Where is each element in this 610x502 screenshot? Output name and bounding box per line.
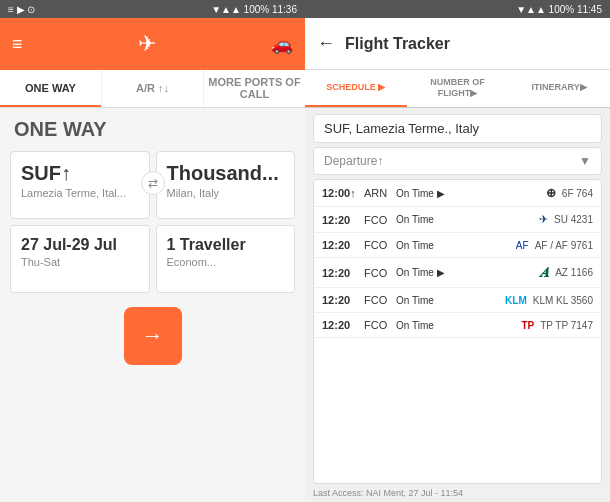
status-bar-left: ≡ ▶ ⊙ ▼▲▲ 100% 11:36 — [0, 0, 305, 18]
date-days: Thu-Sat — [21, 256, 139, 268]
flight-number-1: 6F 764 — [562, 188, 593, 199]
airline-logo-3: AF — [516, 240, 529, 251]
date-range: 27 Jul-29 Jul — [21, 236, 139, 254]
menu-icon[interactable]: ≡ — [12, 34, 23, 55]
flight-status-1: On Time ▶ — [396, 188, 542, 199]
from-to-section: SUF↑ Lamezia Terme, Ital... Thousand... … — [0, 147, 305, 219]
date-row: 27 Jul-29 Jul Thu-Sat 1 Traveller Econom… — [0, 225, 305, 293]
flight-status-3: On Time — [396, 240, 512, 251]
flight-airport-2: FCO — [364, 214, 392, 226]
flight-airport-4: FCO — [364, 267, 392, 279]
submit-arrow: → — [142, 323, 164, 349]
status-bar-right: ▼▲▲ 100% 11:45 — [305, 0, 610, 18]
flight-row[interactable]: 12:20 FCO On Time KLM KLM KL 3560 — [314, 288, 601, 313]
flight-row[interactable]: 12:20 FCO On Time AF AF / AF 9761 — [314, 233, 601, 258]
flight-time-2: 12:20 — [322, 214, 360, 226]
tab-air-return[interactable]: A/R ↑↓ — [101, 70, 204, 107]
left-panel: ≡ ▶ ⊙ ▼▲▲ 100% 11:36 ≡ ✈ 🚗 ONE WAY A/R ↑… — [0, 0, 305, 502]
airline-logo-5: KLM — [505, 295, 527, 306]
car-icon[interactable]: 🚗 — [271, 33, 293, 55]
airport-search-value: SUF, Lamezia Terme., Italy — [324, 121, 479, 136]
airport-search-field[interactable]: SUF, Lamezia Terme., Italy — [313, 114, 602, 143]
one-way-label: ONE WAY — [0, 108, 305, 147]
flight-time-5: 12:20 — [322, 294, 360, 306]
header-right: ← Flight Tracker — [305, 18, 610, 70]
flight-list: 12:00↑ ARN On Time ▶ ⊕ 6F 764 12:20 FCO … — [313, 179, 602, 484]
flight-status-4: On Time ▶ — [396, 267, 536, 278]
flight-number-6: TP TP 7147 — [540, 320, 593, 331]
flight-time-3: 12:20 — [322, 239, 360, 251]
from-code: SUF↑ — [21, 162, 139, 185]
traveller-card[interactable]: 1 Traveller Econom... — [156, 225, 296, 293]
submit-button[interactable]: → — [124, 307, 182, 365]
flight-row[interactable]: 12:00↑ ARN On Time ▶ ⊕ 6F 764 — [314, 180, 601, 207]
airline-logo-1: ⊕ — [546, 186, 556, 200]
flight-airport-5: FCO — [364, 294, 392, 306]
to-card[interactable]: Thousand... Milan, Italy — [156, 151, 296, 219]
plane-icon[interactable]: ✈ — [138, 31, 156, 57]
tab-more-ports[interactable]: MORE PORTS OF CALL — [204, 70, 305, 107]
flight-status-6: On Time — [396, 320, 517, 331]
traveller-count: 1 Traveller — [167, 236, 285, 254]
flight-time-4: 12:20 — [322, 267, 360, 279]
to-code: Thousand... — [167, 162, 285, 185]
status-left-icons: ≡ ▶ ⊙ — [8, 4, 35, 15]
departure-arrow: ▼ — [579, 154, 591, 168]
swap-button[interactable]: ⇄ — [141, 171, 165, 195]
airline-logo-6: TP — [521, 320, 534, 331]
flight-number-5: KLM KL 3560 — [533, 295, 593, 306]
flight-number-3: AF / AF 9761 — [535, 240, 593, 251]
airline-logo-4: 𝑨 — [540, 264, 549, 281]
flight-status-5: On Time — [396, 295, 501, 306]
flight-tracker-title: Flight Tracker — [345, 35, 450, 53]
flight-airport-3: FCO — [364, 239, 392, 251]
flight-time-1: 12:00↑ — [322, 187, 360, 199]
from-location: Lamezia Terme, Ital... — [21, 187, 139, 199]
sub-tabs-row: SCHEDULE ▶ NUMBER OF FLIGHT▶ ITINERARY▶ — [305, 70, 610, 108]
sub-tab-itinerary[interactable]: ITINERARY▶ — [508, 70, 610, 107]
footer-text: Last Access: NAI Ment, 27 Jul - 11:54 — [313, 488, 463, 498]
airline-logo-2: ✈ — [539, 213, 548, 226]
flight-number-4: AZ 1166 — [555, 267, 593, 278]
traveller-class: Econom... — [167, 256, 285, 268]
header-left: ≡ ✈ 🚗 — [0, 18, 305, 70]
tabs-row: ONE WAY A/R ↑↓ MORE PORTS OF CALL — [0, 70, 305, 108]
right-panel: ▼▲▲ 100% 11:45 ← Flight Tracker SCHEDULE… — [305, 0, 610, 502]
sub-tab-number-of-flights[interactable]: NUMBER OF FLIGHT▶ — [407, 70, 509, 107]
flight-row[interactable]: 12:20 FCO On Time ✈ SU 4231 — [314, 207, 601, 233]
to-location: Milan, Italy — [167, 187, 285, 199]
sub-tab-schedule[interactable]: SCHEDULE ▶ — [305, 70, 407, 107]
date-card[interactable]: 27 Jul-29 Jul Thu-Sat — [10, 225, 150, 293]
status-left-right: ▼▲▲ 100% 11:36 — [211, 4, 297, 15]
flight-row[interactable]: 12:20 FCO On Time TP TP TP 7147 — [314, 313, 601, 338]
flight-number-2: SU 4231 — [554, 214, 593, 225]
back-button[interactable]: ← — [317, 33, 335, 54]
from-card[interactable]: SUF↑ Lamezia Terme, Ital... — [10, 151, 150, 219]
departure-label: Departure↑ — [324, 154, 383, 168]
departure-dropdown[interactable]: Departure↑ ▼ — [313, 147, 602, 175]
flight-row[interactable]: 12:20 FCO On Time ▶ 𝑨 AZ 1166 — [314, 258, 601, 288]
flight-airport-6: FCO — [364, 319, 392, 331]
flight-status-2: On Time — [396, 214, 535, 225]
flight-time-6: 12:20 — [322, 319, 360, 331]
footer-right: Last Access: NAI Ment, 27 Jul - 11:54 — [305, 484, 610, 502]
flight-airport-1: ARN — [364, 187, 392, 199]
tab-one-way[interactable]: ONE WAY — [0, 70, 101, 107]
status-right-text: ▼▲▲ 100% 11:45 — [516, 4, 602, 15]
